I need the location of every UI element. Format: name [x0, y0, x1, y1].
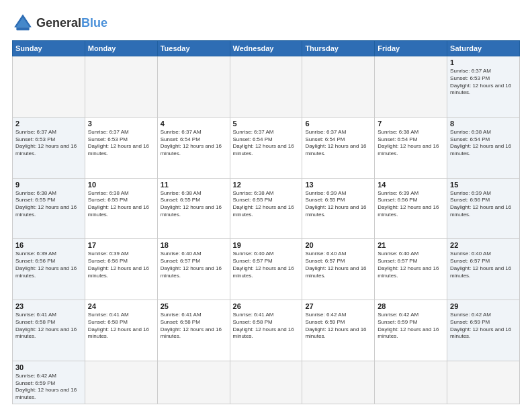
header: GeneralBlue [12, 12, 520, 34]
day-number: 13 [305, 181, 371, 189]
calendar-cell: 5Sunrise: 6:37 AM Sunset: 6:54 PM Daylig… [230, 117, 302, 178]
day-number: 6 [305, 120, 371, 128]
svg-rect-2 [16, 27, 29, 30]
day-number: 16 [15, 241, 82, 249]
day-info: Sunrise: 6:38 AM Sunset: 6:55 PM Dayligh… [15, 190, 82, 219]
day-info: Sunrise: 6:42 AM Sunset: 6:59 PM Dayligh… [305, 312, 371, 340]
calendar-cell: 29Sunrise: 6:42 AM Sunset: 6:59 PM Dayli… [447, 300, 520, 361]
calendar-cell: 27Sunrise: 6:42 AM Sunset: 6:59 PM Dayli… [302, 300, 375, 361]
calendar-cell: 26Sunrise: 6:41 AM Sunset: 6:58 PM Dayli… [230, 300, 302, 361]
calendar-cell: 17Sunrise: 6:39 AM Sunset: 6:56 PM Dayli… [85, 239, 157, 300]
calendar-week-row: 2Sunrise: 6:37 AM Sunset: 6:53 PM Daylig… [13, 117, 520, 178]
day-info: Sunrise: 6:38 AM Sunset: 6:55 PM Dayligh… [233, 190, 300, 219]
day-info: Sunrise: 6:40 AM Sunset: 6:57 PM Dayligh… [450, 250, 517, 279]
calendar-cell [230, 56, 302, 118]
day-number: 1 [450, 58, 517, 66]
day-info: Sunrise: 6:37 AM Sunset: 6:53 PM Dayligh… [15, 129, 82, 158]
col-monday: Monday [85, 41, 157, 56]
day-number: 22 [450, 241, 517, 249]
day-number: 25 [161, 302, 227, 310]
day-info: Sunrise: 6:39 AM Sunset: 6:56 PM Dayligh… [378, 190, 444, 219]
day-number: 24 [88, 302, 154, 310]
day-number: 3 [88, 120, 154, 128]
calendar-table: Sunday Monday Tuesday Wednesday Thursday… [12, 40, 520, 404]
page: GeneralBlue Sunday Monday Tuesday Wednes… [0, 0, 532, 411]
day-info: Sunrise: 6:40 AM Sunset: 6:57 PM Dayligh… [378, 250, 444, 279]
col-saturday: Saturday [447, 41, 520, 56]
day-info: Sunrise: 6:40 AM Sunset: 6:57 PM Dayligh… [161, 250, 227, 279]
day-info: Sunrise: 6:37 AM Sunset: 6:54 PM Dayligh… [161, 129, 227, 158]
calendar-cell: 19Sunrise: 6:40 AM Sunset: 6:57 PM Dayli… [230, 239, 302, 300]
calendar-week-row: 30Sunrise: 6:42 AM Sunset: 6:59 PM Dayli… [13, 361, 520, 404]
day-info: Sunrise: 6:38 AM Sunset: 6:55 PM Dayligh… [161, 190, 227, 219]
day-info: Sunrise: 6:39 AM Sunset: 6:56 PM Dayligh… [450, 190, 517, 219]
calendar-cell: 11Sunrise: 6:38 AM Sunset: 6:55 PM Dayli… [157, 178, 230, 239]
calendar-week-row: 9Sunrise: 6:38 AM Sunset: 6:55 PM Daylig… [13, 178, 520, 239]
calendar-cell: 20Sunrise: 6:40 AM Sunset: 6:57 PM Dayli… [302, 239, 375, 300]
day-number: 26 [233, 302, 300, 310]
day-number: 29 [450, 302, 517, 310]
day-info: Sunrise: 6:38 AM Sunset: 6:54 PM Dayligh… [450, 129, 517, 158]
calendar-cell [13, 56, 85, 118]
day-number: 9 [15, 181, 82, 189]
calendar-cell [230, 361, 302, 404]
day-info: Sunrise: 6:41 AM Sunset: 6:58 PM Dayligh… [161, 312, 227, 340]
calendar-cell: 7Sunrise: 6:38 AM Sunset: 6:54 PM Daylig… [375, 117, 447, 178]
calendar-week-row: 23Sunrise: 6:41 AM Sunset: 6:58 PM Dayli… [13, 300, 520, 361]
day-info: Sunrise: 6:37 AM Sunset: 6:53 PM Dayligh… [450, 68, 517, 97]
day-info: Sunrise: 6:40 AM Sunset: 6:57 PM Dayligh… [233, 250, 300, 279]
calendar-cell [447, 361, 520, 404]
calendar-cell: 22Sunrise: 6:40 AM Sunset: 6:57 PM Dayli… [447, 239, 520, 300]
day-info: Sunrise: 6:41 AM Sunset: 6:58 PM Dayligh… [88, 312, 154, 340]
col-thursday: Thursday [302, 41, 375, 56]
col-wednesday: Wednesday [230, 41, 302, 56]
day-info: Sunrise: 6:38 AM Sunset: 6:54 PM Dayligh… [378, 129, 444, 158]
day-number: 28 [378, 302, 444, 310]
calendar-cell: 25Sunrise: 6:41 AM Sunset: 6:58 PM Dayli… [157, 300, 230, 361]
day-info: Sunrise: 6:37 AM Sunset: 6:53 PM Dayligh… [88, 129, 154, 158]
col-sunday: Sunday [13, 41, 85, 56]
calendar-cell: 23Sunrise: 6:41 AM Sunset: 6:58 PM Dayli… [13, 300, 85, 361]
col-tuesday: Tuesday [157, 41, 230, 56]
calendar-cell: 2Sunrise: 6:37 AM Sunset: 6:53 PM Daylig… [13, 117, 85, 178]
day-info: Sunrise: 6:38 AM Sunset: 6:55 PM Dayligh… [88, 190, 154, 219]
calendar-week-row: 1Sunrise: 6:37 AM Sunset: 6:53 PM Daylig… [13, 56, 520, 118]
day-info: Sunrise: 6:40 AM Sunset: 6:57 PM Dayligh… [305, 250, 371, 279]
day-info: Sunrise: 6:39 AM Sunset: 6:56 PM Dayligh… [88, 250, 154, 279]
logo: GeneralBlue [12, 12, 107, 34]
day-number: 11 [161, 181, 227, 189]
calendar-cell [302, 361, 375, 404]
calendar-cell: 18Sunrise: 6:40 AM Sunset: 6:57 PM Dayli… [157, 239, 230, 300]
day-number: 19 [233, 241, 300, 249]
calendar-cell: 4Sunrise: 6:37 AM Sunset: 6:54 PM Daylig… [157, 117, 230, 178]
day-info: Sunrise: 6:37 AM Sunset: 6:54 PM Dayligh… [305, 129, 371, 158]
calendar-cell: 28Sunrise: 6:42 AM Sunset: 6:59 PM Dayli… [375, 300, 447, 361]
calendar-cell [157, 56, 230, 118]
day-number: 14 [378, 181, 444, 189]
calendar-cell [302, 56, 375, 118]
calendar-cell: 15Sunrise: 6:39 AM Sunset: 6:56 PM Dayli… [447, 178, 520, 239]
day-info: Sunrise: 6:42 AM Sunset: 6:59 PM Dayligh… [15, 373, 82, 402]
calendar-cell: 8Sunrise: 6:38 AM Sunset: 6:54 PM Daylig… [447, 117, 520, 178]
day-number: 18 [161, 241, 227, 249]
calendar-cell [375, 56, 447, 118]
col-friday: Friday [375, 41, 447, 56]
calendar-cell: 6Sunrise: 6:37 AM Sunset: 6:54 PM Daylig… [302, 117, 375, 178]
calendar-cell: 9Sunrise: 6:38 AM Sunset: 6:55 PM Daylig… [13, 178, 85, 239]
day-number: 10 [88, 181, 154, 189]
calendar-cell: 24Sunrise: 6:41 AM Sunset: 6:58 PM Dayli… [85, 300, 157, 361]
calendar-header-row: Sunday Monday Tuesday Wednesday Thursday… [13, 41, 520, 56]
day-number: 30 [15, 363, 82, 371]
calendar-cell [85, 56, 157, 118]
day-number: 8 [450, 120, 517, 128]
day-number: 27 [305, 302, 371, 310]
calendar-cell: 10Sunrise: 6:38 AM Sunset: 6:55 PM Dayli… [85, 178, 157, 239]
day-info: Sunrise: 6:39 AM Sunset: 6:55 PM Dayligh… [305, 190, 371, 219]
day-info: Sunrise: 6:42 AM Sunset: 6:59 PM Dayligh… [378, 312, 444, 340]
calendar-week-row: 16Sunrise: 6:39 AM Sunset: 6:56 PM Dayli… [13, 239, 520, 300]
calendar-cell [157, 361, 230, 404]
calendar-cell: 30Sunrise: 6:42 AM Sunset: 6:59 PM Dayli… [13, 361, 85, 404]
calendar-cell: 3Sunrise: 6:37 AM Sunset: 6:53 PM Daylig… [85, 117, 157, 178]
calendar-cell [85, 361, 157, 404]
day-number: 5 [233, 120, 300, 128]
